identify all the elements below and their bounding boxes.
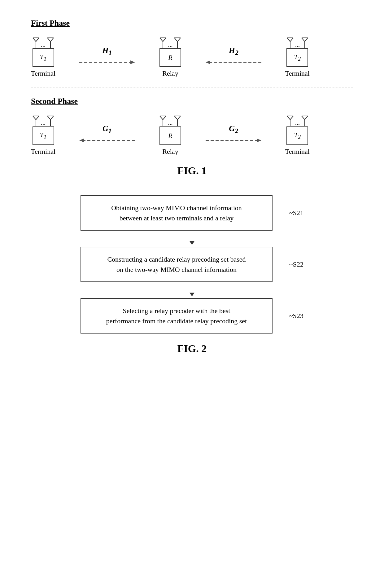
second-phase-section: Second Phase ... xyxy=(31,97,353,156)
sp-relay-box: R xyxy=(159,126,181,145)
step-label-s21: ~S21 xyxy=(289,209,303,217)
arrow-right xyxy=(79,59,135,66)
second-phase-terminal1: ... T1 Terminal xyxy=(31,115,55,156)
svg-line-39 xyxy=(160,116,163,120)
flow-arrow-1 xyxy=(96,231,288,242)
first-phase-terminal2: ... T2 Terminal xyxy=(285,37,310,77)
first-phase-label: First Phase xyxy=(31,19,70,28)
svg-marker-47 xyxy=(257,139,261,142)
sp-channel1-label: G1 xyxy=(103,124,112,135)
sp-terminal2-box: T2 xyxy=(286,126,308,145)
svg-line-54 xyxy=(305,116,308,120)
sp-terminal1-box: T1 xyxy=(33,126,54,145)
second-phase-label: Second Phase xyxy=(31,97,78,106)
svg-line-34 xyxy=(50,116,54,120)
svg-line-44 xyxy=(177,116,181,120)
flow-box-s23: Selecting a relay precoder with the best… xyxy=(81,298,273,334)
channel2-label: H2 xyxy=(229,46,238,57)
first-phase-section: First Phase ... xyxy=(31,19,353,77)
fig1-label: FIG. 1 xyxy=(31,165,353,177)
svg-line-22 xyxy=(290,38,293,42)
svg-line-40 xyxy=(163,116,166,120)
sp-arrow-left xyxy=(79,137,135,144)
svg-line-1 xyxy=(33,38,36,42)
first-phase-terminal1: ... T1 Terminal xyxy=(31,37,55,77)
svg-line-43 xyxy=(174,116,177,120)
svg-line-33 xyxy=(47,116,50,120)
relay-box: R xyxy=(159,48,181,67)
flow-step-s23: Selecting a relay precoder with the best… xyxy=(81,298,303,334)
channel1-label: H1 xyxy=(102,46,112,57)
svg-line-21 xyxy=(287,38,290,42)
svg-line-25 xyxy=(302,38,305,42)
svg-line-26 xyxy=(305,38,308,42)
svg-line-11 xyxy=(160,38,163,42)
page-container: First Phase ... xyxy=(0,0,384,392)
antenna-icon xyxy=(159,115,167,126)
antenna-icon xyxy=(46,115,55,126)
svg-line-30 xyxy=(36,116,39,120)
second-phase-relay: ... R Relay xyxy=(159,115,182,156)
flow-box-s22: Constructing a candidate relay precoding… xyxy=(81,247,273,282)
antenna-icon xyxy=(286,37,295,48)
antenna-icon xyxy=(32,115,40,126)
flow-step-s22: Constructing a candidate relay precoding… xyxy=(81,247,303,282)
flow-arrow-line xyxy=(192,231,192,242)
svg-line-12 xyxy=(163,38,166,42)
antenna-icon xyxy=(300,115,309,126)
sp-arrow-right xyxy=(206,137,261,144)
section-divider xyxy=(31,87,353,87)
terminal2-box: T2 xyxy=(286,48,308,67)
step-label-s23: ~S23 xyxy=(289,312,303,320)
flow-arrow-2 xyxy=(96,282,288,293)
svg-marker-37 xyxy=(79,139,84,142)
svg-marker-9 xyxy=(130,60,135,64)
svg-line-29 xyxy=(33,116,36,120)
antenna-icon xyxy=(173,37,182,48)
svg-line-49 xyxy=(287,116,290,120)
terminal1-box: T1 xyxy=(33,48,54,67)
svg-line-5 xyxy=(47,38,50,42)
svg-line-16 xyxy=(177,38,181,42)
step-label-s22: ~S22 xyxy=(289,260,303,268)
antenna-icon xyxy=(32,37,40,48)
flow-arrow-line-2 xyxy=(192,282,192,293)
arrow-left xyxy=(206,59,261,66)
svg-line-53 xyxy=(302,116,305,120)
sp-channel2-label: G2 xyxy=(229,124,238,135)
antenna-icon xyxy=(300,37,309,48)
flow-box-s21: Obtaining two-way MIMO channel informati… xyxy=(81,195,273,231)
fig2-label: FIG. 2 xyxy=(31,343,353,355)
antenna-icon xyxy=(286,115,295,126)
second-phase-terminal2: ... T2 Terminal xyxy=(285,115,310,156)
svg-line-15 xyxy=(174,38,177,42)
flow-step-s21: Obtaining two-way MIMO channel informati… xyxy=(81,195,303,231)
svg-line-6 xyxy=(50,38,54,42)
antenna-icon xyxy=(159,37,167,48)
svg-line-50 xyxy=(290,116,293,120)
svg-line-2 xyxy=(36,38,39,42)
antenna-icon xyxy=(46,37,55,48)
svg-marker-19 xyxy=(206,60,210,64)
antenna-icon xyxy=(173,115,182,126)
first-phase-relay: ... R Relay xyxy=(159,37,182,77)
flowchart-section: Obtaining two-way MIMO channel informati… xyxy=(31,195,353,334)
